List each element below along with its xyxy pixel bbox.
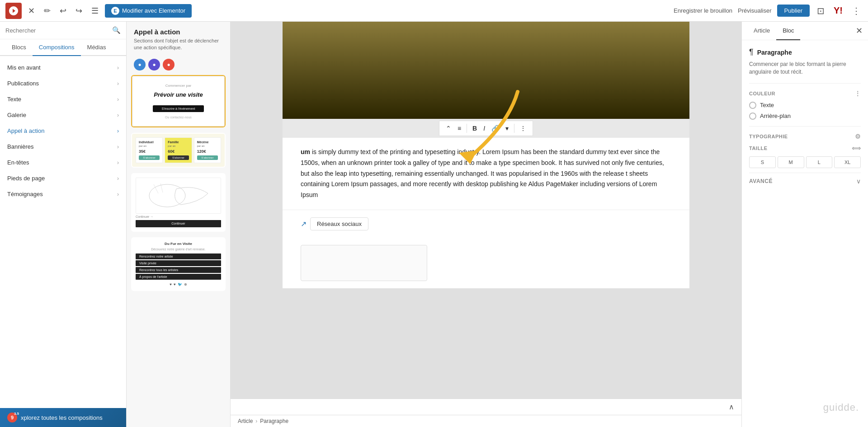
nav-pieds-de-page[interactable]: Pieds de page ›: [0, 170, 126, 186]
nav-appel-action[interactable]: Appel à action ›: [0, 123, 126, 139]
save-draft-link[interactable]: Enregistrer le brouillon: [674, 7, 732, 14]
elementor-button[interactable]: E Modifier avec Elementor: [105, 4, 192, 18]
radio-circle-texte: [749, 102, 756, 109]
card-cta-btn: S'inscrire à l'événement: [153, 105, 204, 112]
publish-button[interactable]: Publier: [777, 5, 810, 17]
editor-scroll[interactable]: ⌃ ≡ B I 🔗 ▾ ⋮ um is simply dummy text o: [231, 22, 741, 399]
yoast-icon[interactable]: Y!: [832, 5, 844, 17]
chevron-right-icon: ›: [117, 128, 119, 134]
nav-publications[interactable]: Publications ›: [0, 75, 126, 91]
social-share-label[interactable]: Réseaux sociaux: [310, 217, 368, 230]
right-panel: Article Bloc ✕ ¶ Paragraphe Commencer pa…: [741, 22, 868, 427]
chevron-right-icon: ›: [117, 112, 119, 118]
more-options-icon[interactable]: ⋮: [850, 5, 863, 17]
search-input[interactable]: [5, 27, 108, 34]
size-s[interactable]: S: [749, 156, 776, 168]
chevron-right-icon: ›: [117, 96, 119, 103]
couleur-options-icon[interactable]: ⋮: [854, 90, 861, 97]
editor-toolbar: ⌃ ≡ B I 🔗 ▾ ⋮: [439, 121, 533, 136]
nav-bannieres[interactable]: Bannières ›: [0, 139, 126, 155]
tab-article[interactable]: Article: [747, 22, 776, 40]
toolbar-link[interactable]: 🔗: [489, 123, 502, 134]
radio-circle-arriere: [749, 113, 756, 120]
icon-circle-purple[interactable]: ●: [148, 59, 160, 70]
nav-temoignages[interactable]: Témoignages ›: [0, 186, 126, 202]
icon-circle-blue[interactable]: ●: [134, 59, 146, 70]
nav-en-tetes[interactable]: En-têtes ›: [0, 155, 126, 170]
breadcrumb-separator: ›: [255, 418, 257, 424]
template-card-sketch[interactable]: Continuer → Continuer: [131, 173, 226, 232]
advanced-label: Avancé: [749, 178, 773, 184]
dark-row-3: Rencontrez tous les artistes: [136, 267, 221, 273]
top-bar-left: ✕ ✏ ↩ ↪ ☰ E Modifier avec Elementor: [5, 3, 192, 19]
toolbar-align[interactable]: ≡: [455, 123, 464, 134]
size-l[interactable]: L: [806, 156, 833, 168]
close-button[interactable]: ✕: [25, 4, 38, 18]
nav-mis-en-avant[interactable]: Mis en avant ›: [0, 60, 126, 75]
tabs-bar: Blocs Compositions Médias: [0, 39, 126, 56]
heart-icon: ♥: [170, 282, 172, 286]
editor-bottom-bar: ∧: [231, 399, 741, 415]
editor-text[interactable]: um is simply dummy text of the printing …: [301, 147, 671, 201]
breadcrumb-article[interactable]: Article: [238, 418, 253, 424]
radio-label-texte: Texte: [760, 102, 774, 108]
search-icon[interactable]: 🔍: [112, 26, 121, 34]
toolbar-more[interactable]: ⋮: [517, 123, 529, 134]
typo-section-title: Typographie ⚙: [749, 133, 861, 140]
elementor-badge: E: [111, 7, 119, 15]
right-panel-content: ¶ Paragraphe Commencer par le bloc forma…: [742, 40, 868, 427]
toolbar-dropdown[interactable]: ▾: [503, 123, 511, 134]
pricing-col-individuel: Individuel par an 35€ S'abonner: [136, 137, 163, 163]
middle-panel: Appel à action Sections dont l'objet est…: [127, 22, 231, 427]
expand-button[interactable]: ∧: [729, 403, 734, 411]
taille-options-icon[interactable]: ⟺: [852, 145, 861, 152]
plus-icon: ⊕: [184, 282, 187, 286]
icon-circle-red[interactable]: ●: [163, 59, 175, 70]
toolbar-bold[interactable]: B: [470, 123, 480, 134]
card-dark-title: Du Fur en Visite: [136, 242, 221, 246]
toolbar-scroll-up[interactable]: ⌃: [443, 123, 454, 134]
layout-icon[interactable]: ⊡: [815, 5, 826, 17]
toolbar-italic[interactable]: I: [481, 123, 488, 134]
explore-badge: 9 3.5: [7, 413, 17, 422]
preview-link[interactable]: Prévisualiser: [738, 7, 771, 14]
breadcrumb-paragraphe[interactable]: Paragraphe: [260, 418, 288, 424]
nav-list: Mis en avant › Publications › Texte › Ga…: [0, 56, 126, 408]
tab-bloc[interactable]: Bloc: [776, 22, 800, 40]
logo-icon[interactable]: [5, 3, 22, 19]
card-label: Commencer par: [140, 84, 217, 88]
radio-label-arriere: Arrière-plan: [760, 113, 791, 119]
size-m[interactable]: M: [778, 156, 804, 168]
nav-texte[interactable]: Texte ›: [0, 91, 126, 107]
search-bar: 🔍: [0, 22, 126, 39]
card-dark-subtitle: Découvrez notre galerie d'art rennaise.: [136, 248, 221, 251]
tab-blocs[interactable]: Blocs: [5, 39, 33, 56]
comment-box[interactable]: [301, 245, 427, 281]
radio-texte[interactable]: Texte: [749, 102, 861, 109]
chevron-right-icon: ›: [117, 144, 119, 150]
undo-button[interactable]: ↩: [57, 4, 69, 18]
explore-button[interactable]: 9 3.5 xplorez toutes les compositions: [0, 408, 126, 427]
panel-icons: ● ● ●: [127, 55, 230, 75]
tab-medias[interactable]: Médias: [81, 39, 113, 56]
radio-arriere-plan[interactable]: Arrière-plan: [749, 113, 861, 120]
template-card-dark[interactable]: Du Fur en Visite Découvrez notre galerie…: [131, 237, 226, 291]
size-xl[interactable]: XL: [834, 156, 861, 168]
typo-options-icon[interactable]: ⚙: [855, 133, 861, 140]
nav-galerie[interactable]: Galerie ›: [0, 107, 126, 123]
redo-button[interactable]: ↪: [73, 4, 85, 18]
right-panel-close[interactable]: ✕: [856, 26, 863, 36]
hamburger-button[interactable]: ☰: [89, 4, 101, 18]
sketch-labels: Continuer →: [136, 215, 221, 218]
template-card-pricing[interactable]: Individuel par an 35€ S'abonner Famille …: [131, 133, 226, 168]
top-bar: ✕ ✏ ↩ ↪ ☰ E Modifier avec Elementor Enre…: [0, 0, 868, 22]
pen-button[interactable]: ✏: [41, 4, 53, 18]
advanced-section[interactable]: Avancé ∨: [749, 173, 861, 189]
block-title: Paragraphe: [757, 49, 792, 56]
block-type-header: ¶ Paragraphe: [749, 47, 861, 57]
social-share: ↗ Réseaux sociaux: [283, 210, 689, 238]
main-layout: 🔍 Blocs Compositions Médias Mis en avant…: [0, 22, 868, 427]
chevron-right-icon: ›: [117, 160, 119, 166]
tab-compositions[interactable]: Compositions: [33, 39, 81, 56]
template-card-visit[interactable]: Commencer par Prévoir une visite S'inscr…: [131, 75, 226, 127]
